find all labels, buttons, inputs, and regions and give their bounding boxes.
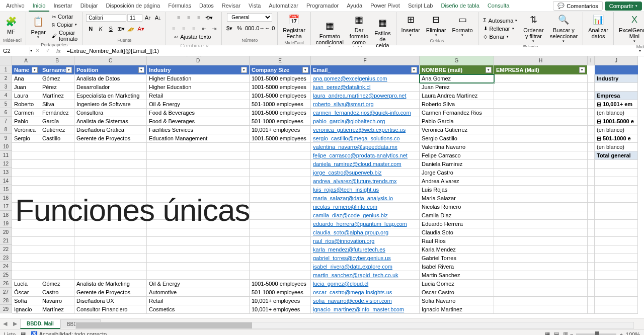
cell[interactable]: 1001-5000 employees <box>250 134 311 143</box>
tab-prev-button[interactable]: ◀ <box>0 320 10 327</box>
cell[interactable] <box>588 237 595 245</box>
cell[interactable] <box>588 186 595 194</box>
cell[interactable]: 10,001+ employees <box>250 126 311 134</box>
name-box[interactable] <box>0 47 30 55</box>
cell[interactable] <box>250 237 311 245</box>
cell[interactable]: 1001-5000 employees <box>250 83 311 92</box>
row-header-20[interactable]: 20 <box>0 228 12 236</box>
pivot-cell[interactable] <box>595 194 638 203</box>
pivot-cell[interactable]: (en blanco) <box>595 126 638 134</box>
row-header-24[interactable]: 24 <box>0 262 12 271</box>
cell[interactable]: Gómez <box>40 74 74 83</box>
cell[interactable] <box>494 280 588 288</box>
menu-fórmulas[interactable]: Fórmulas <box>164 1 195 12</box>
cell[interactable]: Ingeniero de Software <box>74 100 147 109</box>
cell[interactable] <box>494 297 588 305</box>
cell[interactable] <box>74 254 147 263</box>
cell[interactable] <box>494 237 588 245</box>
cell[interactable] <box>40 143 74 151</box>
cell[interactable]: Consultor Financiero <box>74 305 147 314</box>
table-header-position[interactable]: Position▾ <box>74 65 147 74</box>
cell[interactable]: Laura <box>12 92 40 100</box>
row-header-4[interactable]: 4 <box>0 91 12 100</box>
cell[interactable] <box>147 254 250 263</box>
col-header-E[interactable]: E <box>250 56 311 65</box>
cell[interactable] <box>74 169 147 177</box>
cell[interactable] <box>74 203 147 211</box>
row-header-23[interactable]: 23 <box>0 254 12 262</box>
cell[interactable] <box>250 203 311 211</box>
menu-vista[interactable]: Vista <box>245 1 265 12</box>
accessibility-status[interactable]: ♿ Accesibilidad: todo correcto <box>31 331 107 335</box>
cell[interactable] <box>494 100 588 109</box>
cell[interactable]: Laura Andrea Martinez <box>420 92 494 100</box>
cell[interactable] <box>494 194 588 203</box>
cell[interactable]: Óscar <box>12 288 40 297</box>
cell[interactable]: Gabriel Torres <box>420 254 494 263</box>
cell[interactable] <box>588 245 595 254</box>
cell[interactable] <box>494 186 588 194</box>
formula-bar[interactable] <box>64 47 636 55</box>
cell[interactable] <box>250 186 311 194</box>
cell[interactable] <box>494 288 588 297</box>
row-header-14[interactable]: 14 <box>0 177 12 185</box>
cell[interactable] <box>494 134 588 143</box>
cell[interactable] <box>494 117 588 126</box>
currency-button[interactable]: $▾ <box>225 24 234 33</box>
cell[interactable]: Ana Gomez <box>420 74 494 83</box>
bold-button[interactable]: N <box>86 24 95 33</box>
cell[interactable]: Retail <box>147 92 250 100</box>
pivot-cell[interactable] <box>595 237 638 245</box>
menu-revisar[interactable]: Revisar <box>218 1 245 12</box>
cell[interactable]: 501-1000 employees <box>250 288 311 297</box>
cell[interactable] <box>250 254 311 263</box>
cell[interactable] <box>74 160 147 169</box>
menu-inicio[interactable]: Inicio <box>29 1 50 12</box>
zoom-level[interactable]: 100% <box>626 331 640 336</box>
pivot-cell[interactable]: ⊟ 1001-5000 e <box>595 117 638 126</box>
cell[interactable]: pablo_garcia@globaltech.org <box>311 117 420 126</box>
cell[interactable]: roberto_silva@smart.org <box>311 100 420 109</box>
cell[interactable]: Analista de Datos <box>74 74 147 83</box>
cell[interactable] <box>588 126 595 134</box>
cell[interactable] <box>147 169 250 177</box>
format-painter-button[interactable]: 🖌 Copiar formato <box>50 29 79 42</box>
cell[interactable] <box>74 237 147 245</box>
cell[interactable] <box>74 220 147 228</box>
row-header-22[interactable]: 22 <box>0 245 12 254</box>
horizontal-scrollbar[interactable] <box>75 322 634 329</box>
cell[interactable]: juan_perez@datalink.cl <box>311 83 420 92</box>
cell[interactable]: 1001-5000 employees <box>250 109 311 117</box>
cell[interactable] <box>147 186 250 194</box>
cell[interactable] <box>588 134 595 143</box>
cell[interactable]: Eduardo Herrera <box>420 220 494 228</box>
view-layout-button[interactable]: ▤ <box>552 330 561 336</box>
cell[interactable] <box>147 151 250 160</box>
align-bot-button[interactable]: ≡ <box>194 13 203 22</box>
col-header-D[interactable]: D <box>147 56 250 65</box>
cell[interactable]: Roberto <box>12 100 40 109</box>
cell[interactable]: veronica_gutierrez@web.expertise.us <box>311 126 420 134</box>
cell[interactable]: Ana <box>12 74 40 83</box>
cell[interactable]: Nicolas Romero <box>420 203 494 211</box>
pivot-cell[interactable] <box>595 220 638 228</box>
cell[interactable]: Felipe Carrasco <box>420 151 494 160</box>
cell[interactable]: 1001-5000 employees <box>250 74 311 83</box>
cell[interactable] <box>147 160 250 169</box>
pivot-cell[interactable]: (en blanco) <box>595 143 638 151</box>
table-header-empresa-(mail)[interactable]: EMPRESA (Mail)▾ <box>494 65 588 74</box>
pivot-cell[interactable] <box>595 297 638 305</box>
cell[interactable]: Andrea Alvarez <box>420 177 494 186</box>
cell[interactable]: Facilities Services <box>147 126 250 134</box>
cell[interactable]: Oil & Energy <box>147 280 250 288</box>
cell[interactable] <box>494 177 588 186</box>
table-header-email_[interactable]: Email_▾ <box>311 65 420 74</box>
cell[interactable] <box>147 228 250 237</box>
cell[interactable]: Lucia Gomez <box>420 280 494 288</box>
filter-button[interactable]: ▾ <box>66 67 72 73</box>
cell[interactable] <box>588 288 595 297</box>
pivot-cell[interactable] <box>595 288 638 297</box>
cell[interactable] <box>250 177 311 186</box>
pivot-cell[interactable] <box>595 245 638 254</box>
cell[interactable] <box>12 151 40 160</box>
